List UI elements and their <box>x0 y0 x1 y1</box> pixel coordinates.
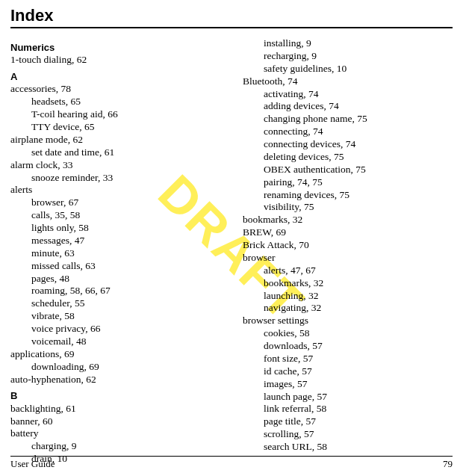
column-right: installing, 9recharging, 9safety guideli… <box>243 37 453 466</box>
index-entry: airplane mode, 62 <box>10 134 220 146</box>
index-subentry: connecting, 74 <box>243 126 453 138</box>
index-subentry: page title, 57 <box>243 415 453 428</box>
index-entry: bookmarks, 32 <box>243 214 453 226</box>
index-entry: 1-touch dialing, 62 <box>10 54 220 67</box>
index-subentry: set date and time, 61 <box>10 146 220 159</box>
index-subentry: alerts, 47, 67 <box>243 265 453 277</box>
index-entry: Brick Attack, 70 <box>243 239 453 252</box>
index-entry: alerts <box>10 184 220 197</box>
index-entry: backlighting, 61 <box>10 403 220 415</box>
index-subentry: roaming, 58, 66, 67 <box>10 285 220 297</box>
section-heading: B <box>10 390 220 402</box>
index-subentry: drain, 10 <box>10 453 220 466</box>
index-subentry: launch page, 57 <box>243 391 453 404</box>
index-entry: accessories, 78 <box>10 83 220 96</box>
index-subentry: recharging, 9 <box>243 50 453 63</box>
index-entry: BREW, 69 <box>243 226 453 239</box>
index-subentry: link referral, 58 <box>243 403 453 415</box>
index-subentry: navigating, 32 <box>243 302 453 315</box>
index-entry: alarm clock, 33 <box>10 159 220 172</box>
index-columns: Numerics1-touch dialing, 62Aaccessories,… <box>10 37 453 466</box>
index-subentry: lights only, 58 <box>10 222 220 235</box>
index-subentry: missed calls, 63 <box>10 260 220 273</box>
index-subentry: scheduler, 55 <box>10 297 220 310</box>
index-subentry: pairing, 74, 75 <box>243 176 453 189</box>
index-subentry: snooze reminder, 33 <box>10 172 220 185</box>
index-subentry: deleting devices, 75 <box>243 151 453 164</box>
page-title: Index <box>10 6 453 28</box>
index-subentry: adding devices, 74 <box>243 100 453 113</box>
index-subentry: charging, 9 <box>10 440 220 453</box>
index-subentry: OBEX authentication, 75 <box>243 164 453 176</box>
index-subentry: installing, 9 <box>243 37 453 50</box>
index-subentry: font size, 57 <box>243 353 453 365</box>
index-subentry: cookies, 58 <box>243 327 453 340</box>
index-subentry: headsets, 65 <box>10 96 220 108</box>
index-subentry: voicemail, 48 <box>10 336 220 348</box>
index-entry: battery <box>10 427 220 440</box>
index-entry: browser <box>243 252 453 265</box>
index-subentry: changing phone name, 75 <box>243 113 453 126</box>
section-heading: Numerics <box>10 42 220 54</box>
index-subentry: minute, 63 <box>10 247 220 260</box>
index-subentry: downloading, 69 <box>10 361 220 374</box>
index-entry: Bluetooth, 74 <box>243 75 453 88</box>
index-subentry: messages, 47 <box>10 235 220 247</box>
index-subentry: voice privacy, 66 <box>10 323 220 336</box>
index-subentry: id cache, 57 <box>243 365 453 378</box>
index-subentry: vibrate, 58 <box>10 310 220 323</box>
index-subentry: calls, 35, 58 <box>10 209 220 222</box>
index-entry: banner, 60 <box>10 415 220 428</box>
index-subentry: connecting devices, 74 <box>243 138 453 151</box>
index-subentry: browser, 67 <box>10 197 220 209</box>
index-entry: browser settings <box>243 315 453 327</box>
section-heading: A <box>10 71 220 83</box>
column-left: Numerics1-touch dialing, 62Aaccessories,… <box>10 37 220 466</box>
index-subentry: search URL, 58 <box>243 441 453 454</box>
index-subentry: launching, 32 <box>243 290 453 303</box>
index-subentry: TTY device, 65 <box>10 121 220 134</box>
index-subentry: renaming devices, 75 <box>243 189 453 202</box>
index-subentry: safety guidelines, 10 <box>243 63 453 75</box>
index-subentry: activating, 74 <box>243 88 453 101</box>
index-subentry: T-coil hearing aid, 66 <box>10 108 220 121</box>
index-subentry: visibility, 75 <box>243 201 453 214</box>
index-entry: auto-hyphenation, 62 <box>10 374 220 386</box>
index-subentry: scrolling, 57 <box>243 428 453 441</box>
index-subentry: downloads, 57 <box>243 340 453 353</box>
index-entry: applications, 69 <box>10 348 220 361</box>
index-subentry: pages, 48 <box>10 273 220 285</box>
index-subentry: images, 57 <box>243 378 453 391</box>
index-subentry: bookmarks, 32 <box>243 277 453 290</box>
